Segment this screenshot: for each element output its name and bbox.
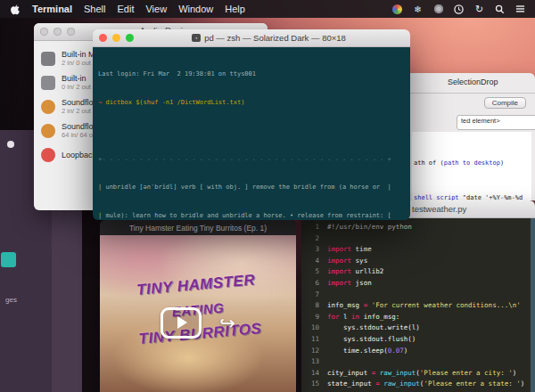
sidebar-teal-tile[interactable] (1, 252, 16, 267)
script-window-label: SelectionDrop (448, 78, 498, 86)
menu-edit[interactable]: Edit (118, 4, 135, 14)
palette-icon[interactable] (391, 4, 403, 15)
code-line: 5import urllib2 (307, 266, 535, 278)
dial-icon[interactable] (432, 4, 444, 15)
close-button[interactable] (99, 34, 107, 42)
menu-status-area: ❄ ↻ (391, 4, 526, 15)
apple-menu[interactable] (9, 4, 21, 15)
search-icon[interactable] (494, 4, 506, 15)
terminal-title: ›pd — zsh — Solarized Dark — 80×18 (134, 33, 404, 43)
play-icon (177, 316, 187, 329)
soundflower-icon (41, 124, 55, 138)
video-title: Tiny Hamster Eating Tiny Burritos (Ep. 1… (129, 224, 267, 233)
minimize-button[interactable] (54, 28, 62, 36)
device-name: Loopback (62, 151, 96, 159)
speaker-icon (41, 76, 55, 90)
video-window-titlebar[interactable]: Tiny Hamster Eating Tiny Burritos (Ep. 1… (100, 220, 296, 235)
code-line: 7 (307, 290, 535, 301)
terminal-window-controls (99, 34, 134, 42)
terminal-icon: › (192, 34, 201, 42)
sync-icon[interactable]: ↻ (473, 4, 485, 15)
code-line: 10 sys.stdout.write(l) (307, 323, 535, 334)
device-channels: 2 in/ 0 out (62, 59, 97, 67)
sidebar-label: ges (5, 296, 17, 304)
code-line: 9for l in info_msg: (307, 312, 535, 323)
zoom-button[interactable] (67, 28, 75, 36)
clock-icon[interactable] (453, 4, 465, 15)
menu-window[interactable]: Window (178, 4, 213, 14)
menu-terminal[interactable]: Terminal (32, 4, 72, 14)
menu-help[interactable]: Help (225, 4, 245, 14)
audio-window-controls (40, 28, 75, 36)
menu-shell[interactable]: Shell (84, 4, 105, 14)
snowflake-icon[interactable]: ❄ (412, 4, 424, 15)
code-line: 1#!/usr/bin/env python (307, 222, 535, 233)
share-icon[interactable]: ↪ (219, 314, 235, 332)
terminal-line: | unbridle [ənˈbrīdl] verb [ with obj. ]… (98, 183, 405, 192)
device-name: Built-in (62, 74, 91, 83)
menu-bar: Terminal Shell Edit View Window Help ❄ ↻ (0, 0, 535, 18)
zoom-button[interactable] (126, 34, 134, 42)
editor-window-title: testweather.py (412, 204, 466, 214)
code-line: 2 (307, 233, 535, 245)
video-controls: ↪ (100, 307, 296, 339)
terminal-window: ›pd — zsh — Solarized Dark — 80×18 Last … (93, 29, 410, 220)
device-channels: 0 in/ 2 out (62, 83, 91, 91)
play-button[interactable] (160, 307, 202, 339)
code-line: 11 sys.stdout.flush() (307, 334, 535, 346)
editor-content[interactable]: 1#!/usr/bin/env python 2 3import time 4i… (301, 218, 535, 392)
notification-list-icon[interactable] (514, 4, 526, 15)
menu-view[interactable]: View (145, 4, 167, 14)
code-line: 6import json (307, 278, 535, 290)
apple-icon (10, 4, 21, 15)
terminal-titlebar[interactable]: ›pd — zsh — Solarized Dark — 80×18 (93, 29, 410, 47)
code-line: ath of (path to desktop) (414, 158, 531, 169)
compile-button[interactable]: Compile (484, 97, 526, 109)
video-frame[interactable]: TINY HAMSTER EATING TINY BURRITOS ↪ (100, 235, 296, 392)
code-line: 13 (307, 356, 535, 368)
video-window: Tiny Hamster Eating Tiny Burritos (Ep. 1… (100, 220, 296, 392)
terminal-line: +- - - - - - - - - - - - - - - - - - - -… (98, 155, 405, 165)
loopback-icon (41, 148, 55, 162)
code-line: 4import sys (307, 256, 535, 267)
code-line: 8info_msg = 'For current weather conditi… (307, 300, 535, 312)
terminal-line: | mule): learn how to bridle and unbridl… (98, 211, 405, 220)
terminal-line (98, 127, 405, 136)
element-dropdown[interactable]: ted element> (457, 115, 535, 130)
soundflower-icon (41, 100, 55, 114)
scrollbar[interactable] (531, 218, 535, 392)
device-name: Built-in Mi (62, 50, 97, 59)
terminal-content[interactable]: Last login: Fri Mar 2 19:38:01 on ttys00… (93, 47, 410, 220)
code-line: 14city_input = raw_input('Please enter a… (307, 368, 535, 380)
code-line: 3import time (307, 244, 535, 256)
terminal-line: → dictbox $(shuf -n1 /DictWordList.txt) (98, 98, 405, 108)
microphone-icon (41, 52, 55, 66)
desktop: Terminal Shell Edit View Window Help ❄ ↻ (0, 0, 535, 392)
python-editor-window: testweather.py 1#!/usr/bin/env python 2 … (301, 200, 535, 392)
code-line: 15state_input = raw_input('Please enter … (307, 379, 535, 390)
avatar[interactable] (7, 141, 14, 148)
close-button[interactable] (40, 28, 48, 36)
minimize-button[interactable] (112, 34, 120, 42)
terminal-line: Last login: Fri Mar 2 19:38:01 on ttys00… (98, 69, 405, 79)
applescript-code[interactable]: ath of (path to desktop) shell script "d… (412, 132, 531, 200)
code-line: 12 time.sleep(0.07) (307, 346, 535, 357)
